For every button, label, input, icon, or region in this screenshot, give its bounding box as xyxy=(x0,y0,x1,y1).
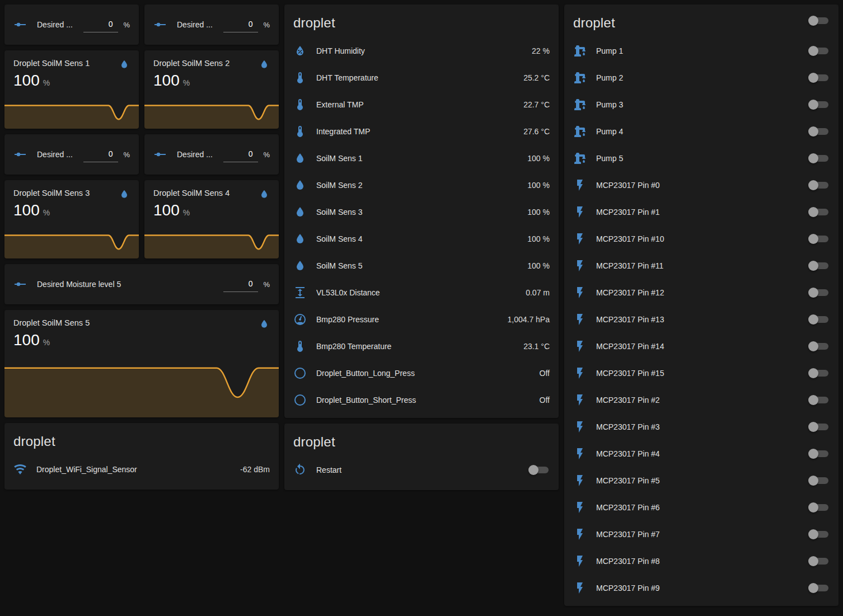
entity-state: 100 % xyxy=(527,234,550,243)
toggle-switch[interactable] xyxy=(808,153,830,164)
entity-rows: DHT Humidity 22 % DHT Temperature 25.2 °… xyxy=(284,37,559,418)
switch-row[interactable]: MCP23017 Pin #11 xyxy=(564,252,839,279)
sensor-value: 100 xyxy=(13,72,40,90)
switch-row[interactable]: MCP23017 Pin #10 xyxy=(564,225,839,252)
flash-icon xyxy=(573,420,587,434)
switch-row[interactable]: Pump 5 xyxy=(564,145,839,172)
toggle-switch[interactable] xyxy=(808,368,830,379)
sensor-unit: % xyxy=(43,78,50,87)
toggle-switch[interactable] xyxy=(808,126,830,137)
restart-card: droplet Restart xyxy=(284,424,559,490)
entity-name: Droplet_Button_Long_Press xyxy=(316,369,534,378)
toggle-thumb xyxy=(808,126,818,137)
entity-row[interactable]: Droplet_Button_Long_Press Off xyxy=(284,360,559,387)
entity-row[interactable]: SoilM Sens 5 100 % xyxy=(284,252,559,279)
pump-icon xyxy=(573,44,587,58)
water-icon xyxy=(293,152,307,165)
switch-name: MCP23017 Pin #8 xyxy=(596,557,808,566)
toggle-thumb xyxy=(808,261,818,271)
switch-row[interactable]: MCP23017 Pin #7 xyxy=(564,521,839,548)
toggle-switch[interactable] xyxy=(808,529,830,540)
slider-icon xyxy=(13,278,27,291)
entity-row[interactable]: SoilM Sens 4 100 % xyxy=(284,225,559,252)
toggle-all-switch[interactable] xyxy=(808,15,830,26)
switch-name: MCP23017 Pin #5 xyxy=(596,476,808,485)
entity-state: 22.7 °C xyxy=(523,100,550,109)
desired-value-input[interactable]: 0 xyxy=(223,147,258,162)
input-label: Desired ... xyxy=(177,20,217,29)
switch-row[interactable]: MCP23017 Pin #15 xyxy=(564,360,839,387)
entity-name: SoilM Sens 4 xyxy=(316,234,522,243)
switch-row[interactable]: Pump 2 xyxy=(564,64,839,91)
restart-toggle-switch[interactable] xyxy=(528,464,550,476)
switches-card: droplet Pump 1 Pump 2 Pump 3 Pump 4 Pump… xyxy=(564,4,839,606)
switch-name: Pump 5 xyxy=(596,154,808,163)
switch-row[interactable]: Pump 3 xyxy=(564,91,839,118)
toggle-switch[interactable] xyxy=(808,556,830,567)
switch-row[interactable]: MCP23017 Pin #12 xyxy=(564,279,839,306)
toggle-thumb xyxy=(808,46,818,56)
switch-row[interactable]: MCP23017 Pin #0 xyxy=(564,172,839,199)
sensor-card[interactable]: Droplet SoilM Sens 1 100 % xyxy=(4,50,139,129)
toggle-switch[interactable] xyxy=(808,72,830,83)
toggle-switch[interactable] xyxy=(808,233,830,244)
switch-row[interactable]: MCP23017 Pin #9 xyxy=(564,575,839,601)
toggle-switch[interactable] xyxy=(808,582,830,594)
toggle-switch[interactable] xyxy=(808,341,830,352)
entity-row[interactable]: Bmp280 Temperature 23.1 °C xyxy=(284,333,559,360)
entity-row[interactable]: SoilM Sens 2 100 % xyxy=(284,172,559,199)
sensor-card[interactable]: Droplet SoilM Sens 3 100 % xyxy=(4,180,139,258)
sensor-value: 100 xyxy=(13,331,40,349)
entity-row[interactable]: SoilM Sens 1 100 % xyxy=(284,145,559,172)
switch-row[interactable]: Restart xyxy=(284,457,559,483)
switch-row[interactable]: MCP23017 Pin #2 xyxy=(564,387,839,413)
toggle-switch[interactable] xyxy=(808,502,830,513)
flash-icon xyxy=(573,313,587,326)
toggle-switch[interactable] xyxy=(808,448,830,459)
desired-value-input[interactable]: 0 xyxy=(83,17,118,32)
switch-row[interactable]: MCP23017 Pin #8 xyxy=(564,548,839,575)
toggle-switch[interactable] xyxy=(808,260,830,271)
toggle-switch[interactable] xyxy=(808,45,830,57)
sensor-value-row: 100 % xyxy=(144,70,279,90)
entity-row[interactable]: External TMP 22.7 °C xyxy=(284,91,559,118)
desired-value-input[interactable]: 0 xyxy=(83,147,118,162)
entity-row[interactable]: Droplet_WiFi_Signal_Sensor -62 dBm xyxy=(4,456,279,483)
switch-row[interactable]: MCP23017 Pin #1 xyxy=(564,199,839,225)
toggle-switch[interactable] xyxy=(808,475,830,486)
entity-row[interactable]: DHT Humidity 22 % xyxy=(284,37,559,64)
entity-row[interactable]: VL53L0x Distance 0.07 m xyxy=(284,279,559,306)
soil-sensors-row-2: Droplet SoilM Sens 3 100 % Droplet SoilM… xyxy=(4,180,279,258)
switch-row[interactable]: MCP23017 Pin #3 xyxy=(564,413,839,440)
switch-row[interactable]: Pump 1 xyxy=(564,37,839,64)
toggle-switch[interactable] xyxy=(808,99,830,110)
toggle-switch[interactable] xyxy=(808,287,830,298)
water-icon xyxy=(293,232,307,246)
desired-value-input[interactable]: 0 xyxy=(223,277,258,292)
toggle-switch[interactable] xyxy=(808,314,830,325)
switch-row[interactable]: Pump 4 xyxy=(564,118,839,145)
toggle-switch[interactable] xyxy=(808,421,830,432)
sensor-card[interactable]: Droplet SoilM Sens 4 100 % xyxy=(144,180,279,258)
toggle-switch[interactable] xyxy=(808,180,830,191)
switch-row[interactable]: MCP23017 Pin #14 xyxy=(564,333,839,360)
entity-row[interactable]: SoilM Sens 3 100 % xyxy=(284,199,559,225)
switch-row[interactable]: MCP23017 Pin #6 xyxy=(564,494,839,521)
entity-row[interactable]: Integrated TMP 27.6 °C xyxy=(284,118,559,145)
switch-row[interactable]: MCP23017 Pin #13 xyxy=(564,306,839,333)
switch-row[interactable]: MCP23017 Pin #5 xyxy=(564,467,839,494)
sensor-card[interactable]: Droplet SoilM Sens 5 100 % xyxy=(4,310,279,417)
entity-name: Bmp280 Pressure xyxy=(316,315,502,324)
entity-state: Off xyxy=(540,396,550,405)
card-title: droplet xyxy=(564,4,624,37)
switch-name: MCP23017 Pin #1 xyxy=(596,208,808,217)
switch-row[interactable]: MCP23017 Pin #4 xyxy=(564,440,839,467)
sensor-card[interactable]: Droplet SoilM Sens 2 100 % xyxy=(144,50,279,129)
entity-row[interactable]: Droplet_Button_Short_Press Off xyxy=(284,387,559,413)
desired-value-input[interactable]: 0 xyxy=(223,17,258,32)
toggle-switch[interactable] xyxy=(808,206,830,218)
entity-row[interactable]: Bmp280 Pressure 1,004.7 hPa xyxy=(284,306,559,333)
entity-row[interactable]: DHT Temperature 25.2 °C xyxy=(284,64,559,91)
toggle-switch[interactable] xyxy=(808,394,830,406)
toggle-thumb xyxy=(808,73,818,83)
